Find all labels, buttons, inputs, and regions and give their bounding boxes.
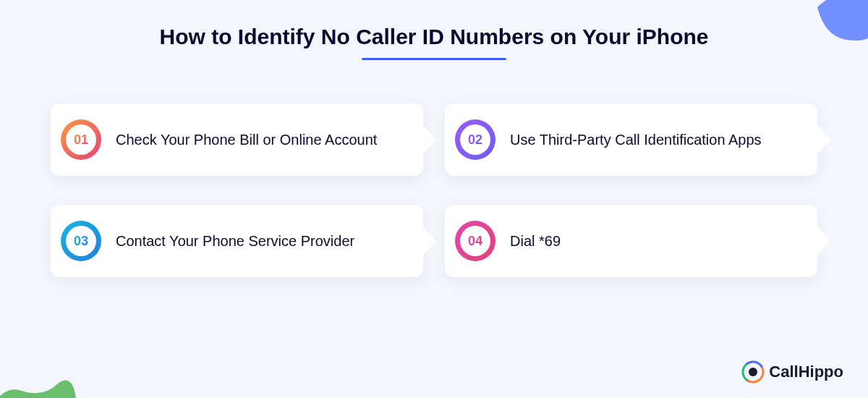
step-label: Dial *69 <box>510 232 561 251</box>
step-number: 01 <box>74 132 88 148</box>
step-card-2: 02 Use Third-Party Call Identification A… <box>445 103 817 176</box>
step-badge-4: 04 <box>455 221 495 261</box>
step-badge-1: 01 <box>61 119 101 160</box>
callhippo-icon <box>741 360 765 384</box>
step-number: 03 <box>74 234 88 249</box>
step-card-3: 03 Contact Your Phone Service Provider <box>51 205 423 277</box>
step-card-1: 01 Check Your Phone Bill or Online Accou… <box>51 103 423 176</box>
svg-point-3 <box>749 368 757 376</box>
step-badge-2: 02 <box>455 119 495 160</box>
step-card-4: 04 Dial *69 <box>445 205 817 277</box>
decoration-top-right <box>803 0 868 65</box>
step-number: 02 <box>468 132 482 148</box>
step-badge-3: 03 <box>61 221 101 261</box>
step-label: Check Your Phone Bill or Online Account <box>116 130 377 150</box>
step-label: Contact Your Phone Service Provider <box>116 232 354 251</box>
brand-name: CallHippo <box>769 363 843 381</box>
step-label: Use Third-Party Call Identification Apps <box>510 130 762 150</box>
step-number: 04 <box>468 234 482 249</box>
steps-grid: 01 Check Your Phone Bill or Online Accou… <box>0 60 868 277</box>
decoration-bottom-left <box>0 355 80 398</box>
page-title: How to Identify No Caller ID Numbers on … <box>0 0 868 49</box>
brand-logo: CallHippo <box>741 360 843 384</box>
